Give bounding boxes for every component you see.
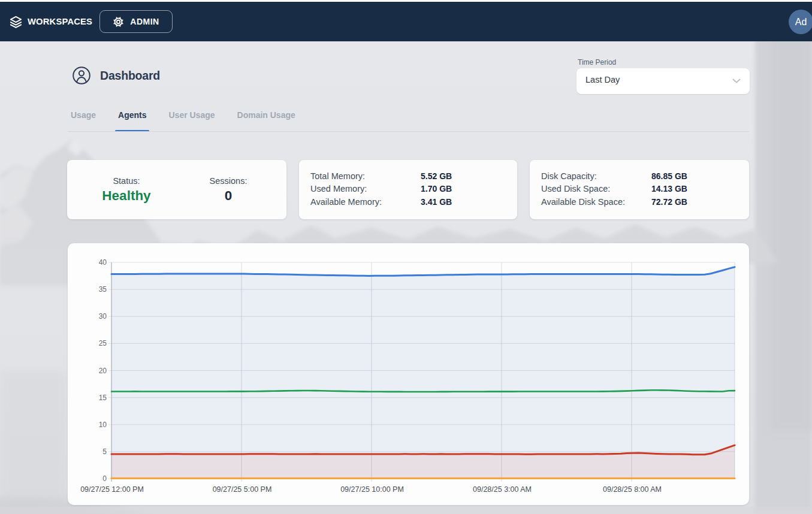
svg-text:09/27/25 10:00 PM: 09/27/25 10:00 PM [340, 485, 404, 494]
svg-text:30: 30 [99, 312, 107, 321]
svg-text:09/28/25 3:00 AM: 09/28/25 3:00 AM [473, 485, 532, 494]
svg-text:09/27/25 5:00 PM: 09/27/25 5:00 PM [213, 485, 272, 494]
svg-text:15: 15 [99, 394, 107, 402]
svg-text:09/27/25 12:00 PM: 09/27/25 12:00 PM [80, 485, 144, 494]
svg-text:0: 0 [102, 474, 107, 483]
svg-text:40: 40 [99, 258, 107, 267]
svg-text:10: 10 [99, 421, 107, 429]
svg-text:35: 35 [99, 285, 107, 294]
svg-text:25: 25 [99, 339, 107, 347]
svg-text:5: 5 [102, 448, 107, 456]
svg-text:09/28/25 8:00 AM: 09/28/25 8:00 AM [603, 485, 662, 494]
svg-text:20: 20 [99, 367, 107, 375]
